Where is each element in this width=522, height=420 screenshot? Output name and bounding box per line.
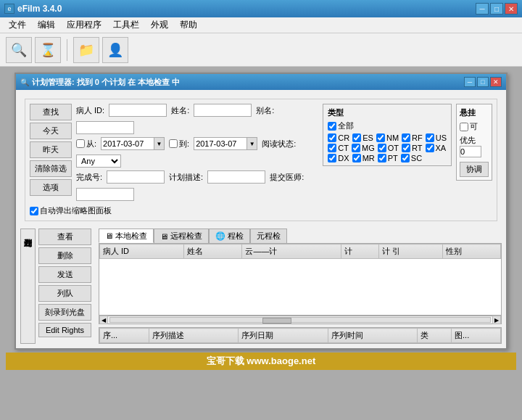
hscroll[interactable]: ◀ ▶ <box>99 316 502 324</box>
inner-title-left: 🔍 计划管理器: 找到 0 个计划 在 本地检查 中 <box>20 77 180 88</box>
read-status-select[interactable]: Any Read Unread <box>77 155 120 167</box>
burn-disc-button[interactable]: 刻录到光盘 <box>38 304 91 321</box>
hscroll-right-btn[interactable]: ▶ <box>492 316 501 324</box>
right-panel: 悬挂 可 优先 协调 <box>456 104 492 181</box>
tab-remote-check[interactable]: 元程检 <box>250 228 287 243</box>
menu-appearance[interactable]: 外观 <box>145 17 174 33</box>
inner-window: 🔍 计划管理器: 找到 0 个计划 在 本地检查 中 ─ □ ✕ 查找 今天 昨… <box>14 73 508 350</box>
col-patient-id[interactable]: 病人 ID <box>100 244 184 259</box>
queue-button[interactable]: 列队 <box>38 285 91 302</box>
col-3[interactable]: 云——计 <box>242 244 341 259</box>
type-nm[interactable]: NM <box>376 133 399 142</box>
type-ot[interactable]: OT <box>378 144 399 152</box>
type-dx[interactable]: DX <box>328 154 349 162</box>
study-table: 病人 ID 姓名 云——计 计 计 引 性别 <box>99 244 501 259</box>
menu-app[interactable]: 应用程序 <box>61 17 107 33</box>
apply-btn[interactable]: 协调 <box>460 162 489 177</box>
type-xa[interactable]: XA <box>426 144 447 152</box>
to-checkbox[interactable]: 到: <box>169 139 189 149</box>
name-label: 姓名: <box>171 105 189 116</box>
alias-input[interactable] <box>76 121 134 134</box>
referring-input[interactable] <box>76 188 134 201</box>
tab-check[interactable]: 🌐 程检 <box>209 228 250 243</box>
maximize-button[interactable]: □ <box>490 3 503 15</box>
from-date-combo[interactable]: ▼ <box>101 137 165 150</box>
edit-rights-button[interactable]: Edit Rights <box>38 323 91 337</box>
inner-minimize-button[interactable]: ─ <box>464 77 476 87</box>
type-pt[interactable]: PT <box>378 154 398 162</box>
from-date-input[interactable] <box>102 138 154 149</box>
type-all-checkbox[interactable]: 全部 <box>328 120 354 131</box>
read-status-combo[interactable]: Any Read Unread <box>76 155 121 168</box>
study-list-label: 计划列表 <box>20 228 36 344</box>
type-mr[interactable]: MR <box>352 154 375 162</box>
type-es[interactable]: ES <box>352 133 373 142</box>
hscroll-left-btn[interactable]: ◀ <box>99 316 108 324</box>
inner-maximize-button[interactable]: □ <box>477 77 489 87</box>
title-bar: e eFilm 3.4.0 ─ □ ✕ <box>0 0 522 17</box>
type-ct[interactable]: CT <box>328 144 349 152</box>
patient-id-input[interactable] <box>109 104 167 117</box>
type-rf[interactable]: RF <box>402 133 423 142</box>
toolbar-folder-button[interactable]: 📁 <box>73 37 99 63</box>
from-checkbox[interactable]: 从: <box>76 139 96 149</box>
alias-label: 别名: <box>256 105 274 116</box>
type-all-row: 全部 <box>328 120 447 131</box>
view-button[interactable]: 查看 <box>38 228 91 245</box>
to-date-input[interactable] <box>194 138 246 149</box>
type-sc[interactable]: SC <box>401 154 422 162</box>
series-col-2[interactable]: 序列日期 <box>239 329 328 343</box>
apply-button[interactable]: 协调 <box>460 162 489 177</box>
today-button[interactable]: 今天 <box>30 123 72 139</box>
series-col-5[interactable]: 图... <box>452 329 501 343</box>
send-button[interactable]: 发送 <box>38 266 91 283</box>
name-input[interactable] <box>194 104 252 117</box>
menu-help[interactable]: 帮助 <box>174 17 203 33</box>
menu-edit[interactable]: 编辑 <box>32 17 61 33</box>
search-button[interactable]: 查找 <box>30 104 72 120</box>
type-cr[interactable]: CR <box>328 133 349 142</box>
tab-local[interactable]: 🖥 本地检查 <box>99 228 154 243</box>
menu-file[interactable]: 文件 <box>3 17 32 33</box>
minimize-button[interactable]: ─ <box>476 3 489 15</box>
menu-toolbar[interactable]: 工具栏 <box>107 17 145 33</box>
main-area: 🔍 计划管理器: 找到 0 个计划 在 本地检查 中 ─ □ ✕ 查找 今天 昨… <box>0 67 522 420</box>
type-row-2: CT MG OT RT XA <box>328 144 447 152</box>
toolbar-person-button[interactable]: 👤 <box>102 37 128 63</box>
toolbar-hourglass-button[interactable]: ⌛ <box>35 37 61 63</box>
series-col-3[interactable]: 序列时间 <box>328 329 417 343</box>
auto-thumb-checkbox[interactable]: 自动弹出缩略图面板 <box>30 205 112 216</box>
options-button[interactable]: 选项 <box>30 179 72 196</box>
toolbar: 🔍 ⌛ 📁 👤 <box>0 33 522 67</box>
hscroll-track[interactable] <box>109 317 491 323</box>
hscroll-thumb[interactable] <box>262 318 291 324</box>
title-bar-controls: ─ □ ✕ <box>476 3 518 15</box>
study-action-buttons: 查看 删除 发送 列队 刻录到光盘 Edit Rights <box>38 228 91 344</box>
to-date-combo[interactable]: ▼ <box>194 137 257 150</box>
col-gender[interactable]: 性别 <box>442 244 500 259</box>
series-col-4[interactable]: 类 <box>418 329 452 343</box>
series-col-0[interactable]: 序... <box>100 329 149 343</box>
series-col-1[interactable]: 序列描述 <box>149 329 238 343</box>
filter-buttons: 查找 今天 昨天 清除筛选 选项 <box>30 104 72 196</box>
inner-close-button[interactable]: ✕ <box>490 77 502 87</box>
type-us[interactable]: US <box>426 133 447 142</box>
to-date-arrow[interactable]: ▼ <box>246 138 257 149</box>
type-rt[interactable]: RT <box>402 144 422 152</box>
delete-button[interactable]: 删除 <box>38 247 91 264</box>
accession-input[interactable] <box>107 170 165 184</box>
close-button[interactable]: ✕ <box>505 3 518 15</box>
col-5[interactable]: 计 引 <box>378 244 442 259</box>
priority-input[interactable] <box>460 146 481 157</box>
tab-remote[interactable]: 🖥 远程检查 <box>154 228 209 243</box>
can-checkbox[interactable]: 可 <box>460 121 489 132</box>
col-4[interactable]: 计 <box>341 244 379 259</box>
type-row-1: CR ES NM RF US <box>328 133 447 142</box>
study-desc-input[interactable] <box>207 170 265 184</box>
from-date-arrow[interactable]: ▼ <box>154 138 164 149</box>
yesterday-button[interactable]: 昨天 <box>30 141 72 158</box>
toolbar-search-button[interactable]: 🔍 <box>6 37 32 63</box>
col-name[interactable]: 姓名 <box>184 244 242 259</box>
type-mg[interactable]: MG <box>352 144 375 152</box>
clear-filter-button[interactable]: 清除筛选 <box>30 160 72 177</box>
